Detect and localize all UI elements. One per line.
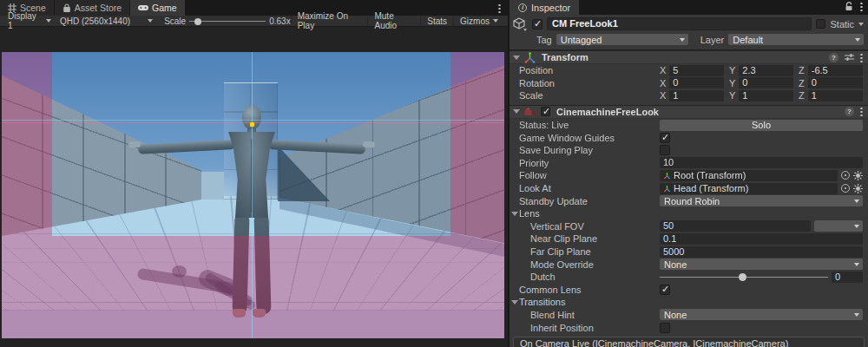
guide-line-horizontal-blue [2,120,504,121]
foldout-icon [511,300,518,304]
stats-label: Stats [427,16,447,26]
position-row: Position X5 Y2.3 Z-6.5 [510,64,868,77]
lens-foldout[interactable]: Lens [510,207,868,220]
object-picker-icon[interactable] [841,184,850,193]
near-clip-field[interactable]: 0.1 [660,233,863,245]
vertical-fov-field[interactable]: 50 [660,220,811,232]
position-z-field[interactable]: -6.5 [808,65,863,76]
on-camera-live-event-box[interactable]: On Camera Live (ICinemachineCamera, ICin… [513,337,865,347]
inspector-menu-icon[interactable] [860,2,863,11]
tab-asset-store-label: Asset Store [75,3,122,13]
cube-icon[interactable] [513,17,528,31]
standby-label: Standby Update [519,196,660,206]
scale-x-field[interactable]: 1 [669,90,724,101]
foldout-icon[interactable] [513,109,520,114]
layer-dropdown[interactable]: Default [728,34,864,45]
chevron-down-icon [854,200,859,203]
scale-slider[interactable] [189,16,266,26]
gear-icon[interactable] [853,171,863,180]
axis-z-label: Z [799,90,805,101]
component-enabled-checkbox[interactable] [541,107,550,116]
look-at-object-field[interactable]: Head (Transform) [660,183,838,194]
gameobject-active-checkbox[interactable] [532,19,542,29]
status-label: Status: Live [519,120,660,130]
transitions-foldout[interactable]: Transitions [510,296,868,309]
chevron-down-icon [854,225,859,228]
scale-z-field[interactable]: 1 [808,90,863,101]
far-clip-field[interactable]: 5000 [660,246,863,258]
far-clip-row: Far Clip Plane 5000 [510,246,868,259]
mute-audio-button[interactable]: Mute Audio [367,16,420,26]
dutch-slider[interactable] [660,272,828,283]
axis-y-label: Y [729,78,735,88]
presets-icon[interactable] [845,53,854,62]
position-x-field[interactable]: 5 [669,65,724,76]
follow-object-field[interactable]: Root (Transform) [660,170,838,181]
axis-x-label: X [660,65,666,75]
tab-asset-store[interactable]: Asset Store [55,0,129,16]
maximize-on-play-button[interactable]: Maximize On Play [291,16,368,26]
rotation-y-field[interactable]: 0 [739,77,793,88]
gear-icon[interactable] [853,184,863,193]
maximize-label: Maximize On Play [298,11,362,30]
inherit-position-checkbox[interactable] [660,323,670,333]
tracking-point-marker [250,122,254,127]
tag-dropdown[interactable]: Untagged [556,34,688,45]
priority-label: Priority [519,158,660,168]
transform-header[interactable]: Transform ? [510,50,868,64]
transform-icon [663,185,671,193]
game-window-guides-row: Game Window Guides [510,131,868,144]
game-render-viewport[interactable] [2,52,504,338]
gizmos-dropdown[interactable]: Gizmos [453,16,504,26]
standby-dropdown[interactable]: Round Robin [660,195,863,206]
common-lens-label: Common Lens [519,285,660,295]
foldout-icon[interactable] [513,56,520,60]
scale-y-field[interactable]: 1 [739,90,793,101]
dutch-field[interactable]: 0 [832,272,863,283]
guides-checkbox[interactable] [660,133,670,143]
component-menu-icon[interactable] [860,107,863,116]
component-menu-icon[interactable] [860,53,863,62]
resolution-dropdown[interactable]: QHD (2560x1440) [56,16,157,26]
display-dropdown[interactable]: Display 1 [3,16,56,26]
mode-override-dropdown[interactable]: None [660,259,863,270]
tab-inspector[interactable]: i Inspector [510,0,579,15]
game-panel-tabbar: Scene Asset Store Game [0,0,508,16]
gameobject-name-field[interactable]: CM FreeLook1 [547,17,812,30]
cinemachine-header[interactable]: CinemachineFreeLook ? [510,105,868,119]
info-icon: i [518,3,527,12]
gameobject-header: CM FreeLook1 Static Tag Untagged Layer D… [510,15,868,49]
help-icon[interactable]: ? [829,53,838,62]
save-checkbox[interactable] [660,145,670,155]
priority-field[interactable]: 10 [660,157,863,168]
chevron-down-icon [854,263,859,266]
blend-hint-value: None [664,310,687,320]
axis-z-label: Z [799,78,805,88]
cinemachine-title: CinemachineFreeLook [556,107,659,117]
fov-preset-dropdown[interactable] [814,220,863,232]
rotation-x-field[interactable]: 0 [669,77,724,88]
game-panel-menu-icon[interactable] [498,3,501,13]
dutch-slider-knob[interactable] [739,273,746,281]
static-checkbox[interactable] [816,19,825,29]
common-lens-checkbox[interactable] [660,285,670,295]
cinemachine-camera-icon [524,107,536,117]
tab-game[interactable]: Game [130,0,185,16]
solo-button[interactable]: Solo [660,120,863,131]
chevron-down-icon [46,19,51,23]
object-picker-icon[interactable] [841,171,850,180]
common-lens-row: Common Lens [510,284,868,297]
position-label: Position [519,65,660,75]
stats-button[interactable]: Stats [420,16,453,26]
lock-icon[interactable] [845,2,853,11]
blend-hint-dropdown[interactable]: None [660,309,863,320]
standby-update-row: Standby Update Round Robin [510,194,868,207]
scale-slider-knob[interactable] [194,18,201,25]
static-dropdown-icon[interactable] [858,23,864,26]
cinemachine-no-pass-zone-left [2,52,52,338]
position-y-field[interactable]: 2.3 [739,65,793,76]
help-icon[interactable]: ? [845,107,854,116]
rotation-z-field[interactable]: 0 [808,77,863,88]
rotation-row: Rotation X0 Y0 Z0 [510,77,868,90]
transform-icon [663,172,671,180]
